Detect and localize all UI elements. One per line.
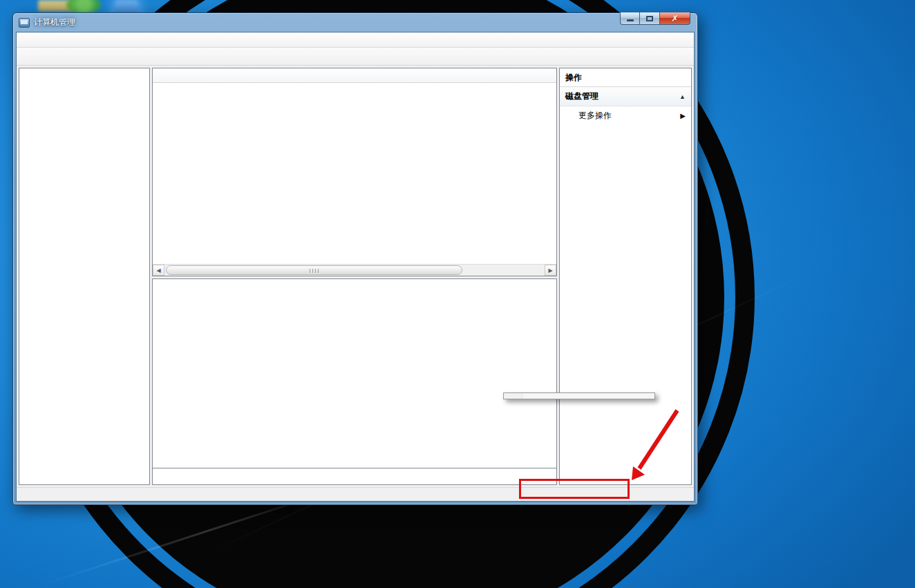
maximize-button[interactable]	[640, 12, 659, 25]
close-button[interactable]: ✗	[659, 12, 690, 25]
scrollbar-grip	[310, 269, 319, 273]
more-actions-item[interactable]: 更多操作 ▶	[560, 106, 691, 125]
main-area: ◀ ▶ 操作 磁盘管理 ▲ 更多操作	[17, 66, 694, 487]
volume-context-menu	[503, 392, 655, 399]
minimize-icon	[627, 19, 634, 21]
scrollbar-thumb[interactable]	[166, 265, 462, 275]
center-panel: ◀ ▶	[152, 68, 557, 485]
collapse-icon[interactable]: ▲	[679, 93, 686, 100]
scroll-right-button[interactable]: ▶	[545, 265, 556, 276]
actions-panel: 操作 磁盘管理 ▲ 更多操作 ▶	[559, 68, 692, 485]
volume-list-header	[153, 68, 556, 83]
actions-section-label: 磁盘管理	[565, 91, 598, 102]
window-body: ◀ ▶ 操作 磁盘管理 ▲ 更多操作	[16, 32, 695, 502]
menu-bar	[17, 32, 694, 48]
submenu-arrow-icon: ▶	[680, 112, 686, 120]
volume-list-pane: ◀ ▶	[152, 68, 557, 276]
horizontal-scrollbar[interactable]: ◀ ▶	[153, 264, 556, 276]
titlebar[interactable]: 计算机管理 ✗	[13, 13, 697, 32]
actions-header: 操作	[560, 68, 691, 87]
window-title: 计算机管理	[34, 17, 75, 28]
close-icon: ✗	[671, 14, 678, 23]
disk-legend	[153, 468, 556, 484]
minimize-button[interactable]	[620, 12, 640, 25]
status-bar	[17, 487, 694, 501]
background-app-icon	[66, 0, 101, 14]
scrollbar-track[interactable]	[164, 265, 545, 276]
disk-graphical-pane	[152, 278, 557, 485]
toolbar	[17, 48, 694, 66]
actions-section-disk-management[interactable]: 磁盘管理 ▲	[560, 87, 691, 106]
console-tree-panel	[19, 68, 150, 485]
window-controls: ✗	[620, 12, 690, 25]
scroll-left-button[interactable]: ◀	[153, 265, 164, 276]
more-actions-label: 更多操作	[578, 110, 612, 122]
window-icon	[19, 18, 30, 28]
maximize-icon	[646, 16, 653, 21]
computer-management-window: 计算机管理 ✗ ◀ ▶	[12, 12, 698, 505]
